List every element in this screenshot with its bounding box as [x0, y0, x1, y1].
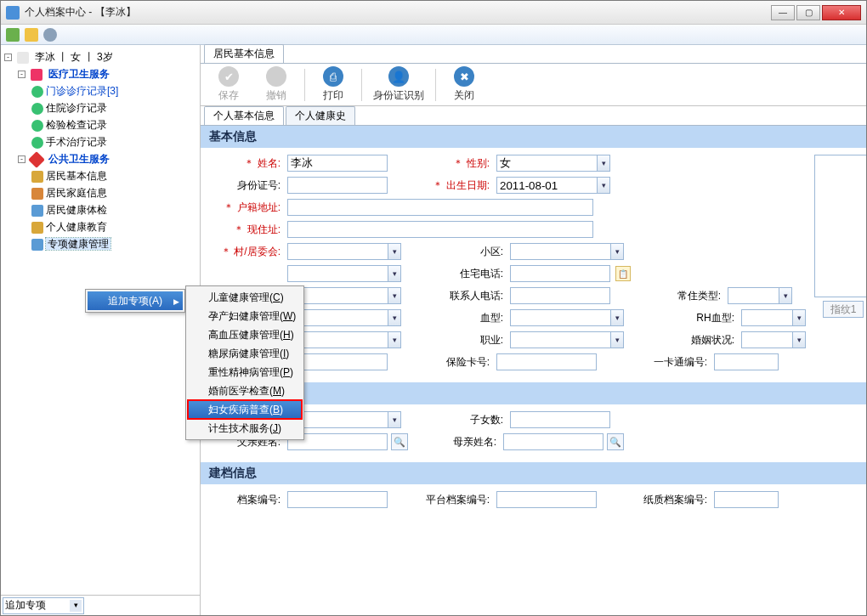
tree-item-pub-1[interactable]: 居民家庭信息 — [31, 184, 198, 201]
arrow-right-icon: ▶ — [173, 295, 179, 308]
tree-label: 住院诊疗记录 — [46, 102, 107, 114]
tab-personal-basic[interactable]: 个人基本信息 — [204, 106, 284, 125]
tree-label: 居民家庭信息 — [46, 187, 107, 199]
photo-box[interactable]: ▾ — [814, 155, 866, 297]
close-tab-button[interactable]: ✖关闭 — [445, 66, 484, 103]
fileno-field[interactable] — [287, 491, 388, 508]
chevron-down-icon: ▾ — [388, 411, 401, 428]
fingerprint1-button[interactable]: 指纹1 — [823, 301, 864, 318]
contacttel-field[interactable] — [510, 287, 610, 304]
undo-icon — [266, 66, 286, 87]
search-icon[interactable]: 🔍 — [607, 433, 624, 450]
unk-select[interactable]: ▾ — [287, 265, 401, 282]
menu-item-append-special[interactable]: 追加专项(A) ▶ — [88, 291, 183, 310]
platfile-field[interactable] — [496, 491, 597, 508]
collapse-icon[interactable]: - — [18, 71, 26, 78]
tree-item-pub-3[interactable]: 个人健康教育 — [31, 218, 198, 235]
lbl-mother: 母亲姓名: — [411, 435, 500, 449]
close-button[interactable]: ✕ — [822, 5, 861, 20]
unk2-select[interactable]: ▾ — [287, 287, 401, 304]
idno-field[interactable] — [287, 177, 388, 194]
doc-icon — [17, 52, 29, 64]
bullet-icon — [31, 86, 43, 98]
separator — [435, 69, 436, 101]
collapse-icon[interactable]: - — [4, 54, 12, 61]
lbl-idno: 身份证号: — [209, 178, 284, 193]
card-icon[interactable] — [25, 28, 38, 42]
resident-type-select[interactable]: ▾ — [728, 287, 792, 304]
search-icon[interactable]: 🔍 — [391, 433, 408, 450]
tree-item-pub-0[interactable]: 居民基本信息 — [31, 167, 198, 184]
unk3-select[interactable]: ▾ — [287, 309, 401, 326]
birth-date[interactable]: ▾ — [496, 177, 610, 194]
chevron-down-icon: ▾ — [70, 600, 82, 612]
lbl-paperfile: 纸质档案编号: — [600, 493, 711, 507]
tree-medical[interactable]: - 医疗卫生服务 门诊诊疗记录[3]住院诊疗记录检验检查记录手术治疗记录 — [18, 65, 198, 150]
collapse-icon[interactable]: - — [18, 155, 26, 163]
context-submenu-special: 儿童健康管理(C)孕产妇健康管理(W)高血压健康管理(H)糖尿病健康管理(I)重… — [185, 285, 304, 440]
lbl-resident-type: 常住类型: — [614, 289, 724, 303]
minimize-button[interactable]: — — [771, 5, 795, 20]
block-select[interactable]: ▾ — [510, 243, 624, 260]
tree-label: 手术治疗记录 — [46, 136, 107, 148]
tab-health-history[interactable]: 个人健康史 — [286, 106, 355, 125]
village-select[interactable]: ▾ — [287, 243, 401, 260]
print-button[interactable]: ⎙打印 — [314, 66, 353, 103]
submenu-item-0[interactable]: 儿童健康管理(C) — [188, 288, 302, 307]
user-icon[interactable] — [6, 28, 20, 42]
bullet-icon — [31, 120, 43, 132]
edu-select[interactable]: ▾ — [287, 331, 401, 348]
chevron-down-icon: ▾ — [792, 331, 806, 348]
tree-root[interactable]: - 李冰 丨 女 丨 3岁 - 医疗卫生服务 门诊诊疗记录[3]住院诊疗记录检验… — [4, 48, 198, 252]
hometel-field[interactable] — [510, 265, 610, 282]
job-select[interactable]: ▾ — [510, 331, 624, 348]
submenu-item-2[interactable]: 高血压健康管理(H) — [188, 325, 302, 344]
name-field[interactable] — [287, 155, 388, 172]
submenu-item-3[interactable]: 糖尿病健康管理(I) — [188, 344, 302, 363]
tree-item-med-2[interactable]: 检验检查记录 — [31, 116, 198, 133]
item-icon — [31, 239, 43, 251]
huji-field[interactable] — [287, 199, 593, 216]
gender-select[interactable]: ▾ — [496, 155, 610, 172]
rel-select[interactable]: ▾ — [287, 411, 401, 428]
chevron-down-icon: ▾ — [388, 243, 401, 260]
idcard-button[interactable]: 👤身份证识别 — [371, 66, 427, 103]
submenu-item-7[interactable]: 计生技术服务(J) — [188, 419, 302, 438]
copy-icon[interactable]: 📋 — [615, 266, 631, 281]
idcard-icon: 👤 — [388, 66, 409, 87]
item-icon — [31, 222, 43, 234]
submenu-item-1[interactable]: 孕产妇健康管理(W) — [188, 307, 302, 325]
mother-field[interactable] — [503, 433, 604, 450]
insure-field[interactable] — [496, 353, 597, 370]
cardno-field[interactable] — [714, 353, 779, 370]
top-tabs: 居民基本信息 — [201, 45, 866, 64]
tree-public[interactable]: - 公共卫生服务 居民基本信息居民家庭信息居民健康体检个人健康教育专项健康管理 — [18, 150, 198, 252]
tree-item-pub-2[interactable]: 居民健康体检 — [31, 201, 198, 218]
maximize-button[interactable]: ▢ — [796, 5, 820, 20]
window-buttons: — ▢ ✕ — [771, 5, 861, 20]
heart-icon — [31, 69, 42, 81]
append-special-combo[interactable]: 追加专项 ▾ — [3, 597, 84, 614]
tree-item-med-0[interactable]: 门诊诊疗记录[3] — [31, 82, 198, 99]
paperfile-field[interactable] — [714, 491, 779, 508]
item-icon — [31, 171, 43, 183]
rh-select[interactable]: ▾ — [741, 309, 806, 326]
tree-label: 居民基本信息 — [46, 170, 107, 182]
tree-label: 居民健康体检 — [46, 204, 107, 216]
tree-item-pub-4[interactable]: 专项健康管理 — [31, 235, 198, 252]
tab-resident-basic[interactable]: 居民基本信息 — [204, 44, 284, 63]
tree-item-med-3[interactable]: 手术治疗记录 — [31, 133, 198, 150]
submenu-item-5[interactable]: 婚前医学检查(M) — [188, 381, 302, 400]
tree-item-med-1[interactable]: 住院诊疗记录 — [31, 99, 198, 116]
fingerprint-icon[interactable] — [43, 28, 57, 42]
children-field[interactable] — [510, 411, 610, 428]
titlebar: 个人档案中心 - 【李冰】 — ▢ ✕ — [1, 1, 866, 25]
blood-select[interactable]: ▾ — [510, 309, 624, 326]
save-icon: ✔ — [218, 66, 239, 87]
curr-field[interactable] — [287, 221, 593, 238]
chevron-down-icon: ▾ — [388, 265, 401, 282]
marriage-select[interactable]: ▾ — [741, 331, 806, 348]
submenu-item-4[interactable]: 重性精神病管理(P) — [188, 363, 302, 381]
submenu-item-6[interactable]: 妇女疾病普查(B) — [188, 400, 302, 419]
lbl-village: ＊ 村/居委会: — [209, 245, 284, 259]
